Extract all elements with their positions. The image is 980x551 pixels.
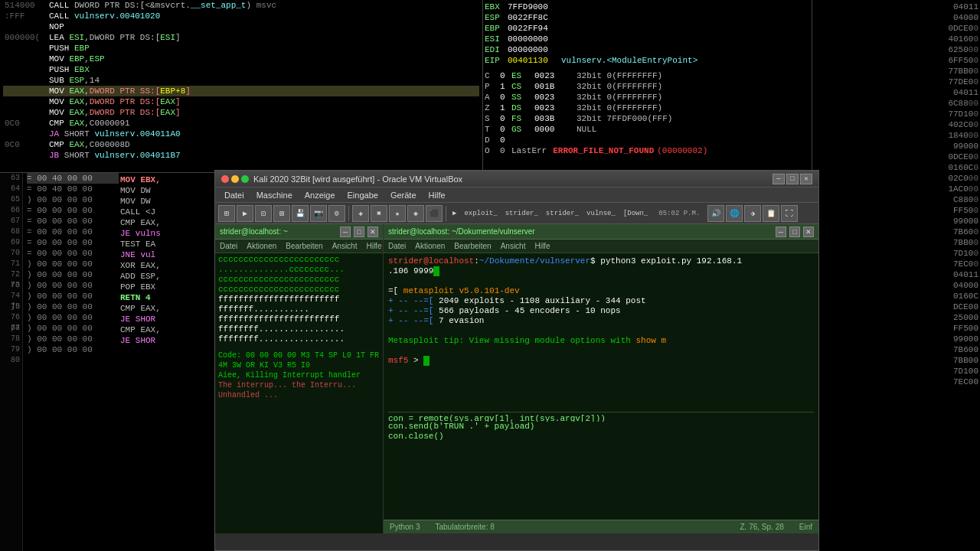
flag-s: S0 FS 003B 32bit 7FFDF000(FFF) bbox=[485, 113, 810, 124]
vm-maximize-btn[interactable] bbox=[241, 175, 249, 183]
term-right-minimize[interactable]: ─ bbox=[776, 227, 786, 237]
vm-menubar: Datei Maschine Anzeige Eingabe Geräte Hi… bbox=[215, 187, 818, 203]
term-right-titlebar[interactable]: strider@localhost: ~/Dokumente/vulnserve… bbox=[384, 224, 818, 240]
term-left-menu-ansicht[interactable]: Ansicht bbox=[328, 242, 362, 250]
vm-close-button[interactable]: ✕ bbox=[800, 174, 812, 184]
term-right-close[interactable]: ✕ bbox=[803, 227, 814, 237]
term-left-titlebar[interactable]: strider@localhost: ~ ─ □ ✕ bbox=[215, 224, 383, 240]
reg-eip: EIP 00401130 vulnserv.<ModuleEntryPoint> bbox=[485, 55, 810, 66]
msf-banner-3: + -- --=[ 566 payloads - 45 encoders - 1… bbox=[388, 306, 814, 316]
vm-virtualbox-window: Kali 2020 32Bit [wird ausgeführt] - Orac… bbox=[214, 170, 819, 551]
toolbar-tab-exploit[interactable]: exploit_ bbox=[464, 210, 497, 217]
reg-esi: ESI 00000000 bbox=[485, 34, 810, 44]
vm-tool-btn-8[interactable]: ✚ bbox=[352, 205, 369, 222]
disasm-line: 0C0 CMP EAX,C000008D bbox=[3, 139, 479, 150]
term-right-menu-bearbeiten[interactable]: Bearbeiten bbox=[449, 242, 495, 250]
vm-titlebar[interactable]: Kali 2020 32Bit [wird ausgeführt] - Orac… bbox=[215, 171, 818, 187]
vm-tool-btn-3[interactable]: ⊡ bbox=[255, 205, 272, 222]
term-right-content: strider@localhost:~/Dokumente/vulnserver… bbox=[384, 253, 818, 520]
hex-line: cccccccccccccccccccccccc bbox=[218, 275, 380, 285]
vm-minimize-btn[interactable] bbox=[231, 175, 239, 183]
reg-ebp: EBP 0022FF94 bbox=[485, 23, 810, 34]
term-right-title: strider@localhost: ~/Dokumente/vulnserve… bbox=[388, 227, 535, 236]
vm-tool-btn-11[interactable]: ◈ bbox=[407, 205, 424, 222]
term-left-menu-bearbeiten[interactable]: Bearbeiten bbox=[281, 242, 327, 250]
terminal-prompt: strider@localhost:~/Dokumente/vulnserver… bbox=[388, 256, 814, 266]
vm-net-btn[interactable]: 🌐 bbox=[726, 205, 743, 222]
reg-esp: ESP 0022FF8C bbox=[485, 12, 810, 23]
disasm-line: 000000( LEA ESI,DWORD PTR DS:[ESI] bbox=[3, 32, 479, 43]
vm-menu-anzeige[interactable]: Anzeige bbox=[299, 187, 341, 203]
term-left-menu-hilfe[interactable]: Hilfe bbox=[361, 242, 386, 250]
flag-a: A0 SS 0023 32bit 0(FFFFFFFF) bbox=[485, 92, 810, 103]
msf-tip: Metasploit tip: View missing module opti… bbox=[388, 336, 814, 346]
vm-audio-btn[interactable]: 🔊 bbox=[707, 205, 724, 222]
terminal-right: strider@localhost: ~/Dokumente/vulnserve… bbox=[384, 224, 818, 533]
aiee-line: Aiee, Killing Interrupt handler bbox=[218, 370, 380, 380]
vm-tool-btn-4[interactable]: ⊠ bbox=[273, 205, 290, 222]
disasm-second-panel: MOV EBX, MOV DW MOV DW CALL <J CMP EAX, … bbox=[119, 172, 214, 551]
vm-fs-btn[interactable]: ⛶ bbox=[781, 205, 798, 222]
hex-line: cccccccccccccccccccccccc bbox=[218, 285, 380, 295]
vm-tool-btn-7[interactable]: ⚙ bbox=[328, 205, 345, 222]
terminal-prompt-cont: .106 9999 bbox=[388, 266, 814, 276]
term-left-menu-datei[interactable]: Datei bbox=[215, 242, 242, 250]
toolbar-tab-vulnse[interactable]: vulnse_ bbox=[586, 210, 616, 217]
reg-ebx: EBX 7FFD9000 bbox=[485, 2, 810, 12]
toolbar-tab-down[interactable]: [Down_ bbox=[623, 210, 648, 217]
disasm-line: NOP bbox=[3, 21, 479, 32]
vm-tool-btn-12[interactable]: ⬛ bbox=[426, 205, 443, 222]
vm-tool-btn-1[interactable]: ⊞ bbox=[218, 205, 235, 222]
vm-title-text: Kali 2020 32Bit [wird ausgeführt] - Orac… bbox=[253, 174, 773, 184]
term-right-menubar: Datei Aktionen Bearbeiten Ansicht Hilfe bbox=[384, 240, 818, 253]
term-right-menu-hilfe[interactable]: Hilfe bbox=[530, 242, 554, 250]
vm-menu-hilfe[interactable]: Hilfe bbox=[423, 187, 452, 203]
term-right-menu-ansicht[interactable]: Ansicht bbox=[496, 242, 531, 250]
vm-tool-btn-2[interactable]: ▶ bbox=[237, 205, 253, 222]
vm-close-btn[interactable] bbox=[221, 175, 229, 183]
status-position: Z. 76, Sp. 28 bbox=[740, 523, 784, 531]
vm-usb-btn[interactable]: ⬗ bbox=[744, 205, 761, 222]
hex-line: ffffffff................. bbox=[218, 324, 380, 334]
vm-tool-btn-10[interactable]: ★ bbox=[389, 205, 406, 222]
interrupt-line: The interrup... the Interru... bbox=[218, 380, 380, 390]
terminal-statusbar: Python 3 Tabulatorbreite: 8 Z. 76, Sp. 2… bbox=[384, 520, 818, 533]
disasm-panel: 514000 CALL DWORD PTR DS:[<&msvcrt.__set… bbox=[0, 0, 482, 172]
hex-line: ffffffffffffffffffffffff bbox=[218, 295, 380, 305]
interrupt-line2: Unhandled ... bbox=[218, 390, 380, 400]
term-right-menu-datei[interactable]: Datei bbox=[384, 242, 410, 250]
vm-menu-maschine[interactable]: Maschine bbox=[250, 187, 299, 203]
disasm-line: :FFF CALL vulnserv.00401020 bbox=[3, 11, 479, 21]
toolbar-tab-strider1[interactable]: strider_ bbox=[505, 210, 538, 217]
disasm-line: SUB ESP,14 bbox=[3, 75, 479, 86]
vm-menu-geraete[interactable]: Geräte bbox=[384, 187, 423, 203]
disasm-line: MOV EAX,DWORD PTR DS:[EAX] bbox=[3, 96, 479, 107]
vm-menu-eingabe[interactable]: Eingabe bbox=[341, 187, 384, 203]
toolbar-tab-strider2[interactable]: strider_ bbox=[546, 210, 579, 217]
disasm-line: MOV EBP,ESP bbox=[3, 54, 479, 64]
code-line-78: con = remote(sys.argv[1], int(sys.argv[2… bbox=[388, 412, 814, 422]
vm-menu-datei[interactable]: Datei bbox=[218, 187, 250, 203]
hex-line: ..............cccccccc... bbox=[218, 265, 380, 275]
status-tab-width: Tabulatorbreite: 8 bbox=[435, 523, 494, 531]
vm-restore-button[interactable]: □ bbox=[786, 174, 799, 184]
vm-win-controls[interactable]: ─ □ ✕ bbox=[773, 174, 812, 184]
vm-tool-btn-9[interactable]: ✖ bbox=[371, 205, 387, 222]
vm-clipboard-btn[interactable]: 📋 bbox=[763, 205, 779, 222]
far-right-panel: 04011 04000 0DCE00 401600 625000 6FF500 … bbox=[812, 0, 980, 551]
vm-tool-btn-5[interactable]: 💾 bbox=[292, 205, 309, 222]
term-left-menu-aktionen[interactable]: Aktionen bbox=[242, 242, 281, 250]
term-left-content: cccccccccccccccccccccccc ..............c… bbox=[215, 253, 383, 533]
vm-minimize-button[interactable]: ─ bbox=[773, 174, 785, 184]
flag-p: P1 CS 001B 32bit 0(FFFFFFFF) bbox=[485, 81, 810, 92]
term-left-maximize[interactable]: □ bbox=[354, 227, 364, 237]
flag-d: D0 bbox=[485, 135, 810, 145]
reg-edi: EDI 00000000 bbox=[485, 44, 810, 55]
term-left-minimize[interactable]: ─ bbox=[340, 227, 351, 237]
vm-toolbar: ⊞ ▶ ⊡ ⊠ 💾 📷 ⚙ ✚ ✖ ★ ◈ ⬛ ▶ exploit_ strid… bbox=[215, 203, 818, 224]
disasm-line: JA SHORT vulnserv.004011A0 bbox=[3, 129, 479, 139]
term-left-close[interactable]: ✕ bbox=[368, 227, 378, 237]
term-right-maximize[interactable]: □ bbox=[789, 227, 800, 237]
term-right-menu-aktionen[interactable]: Aktionen bbox=[410, 242, 449, 250]
vm-tool-btn-6[interactable]: 📷 bbox=[310, 205, 327, 222]
